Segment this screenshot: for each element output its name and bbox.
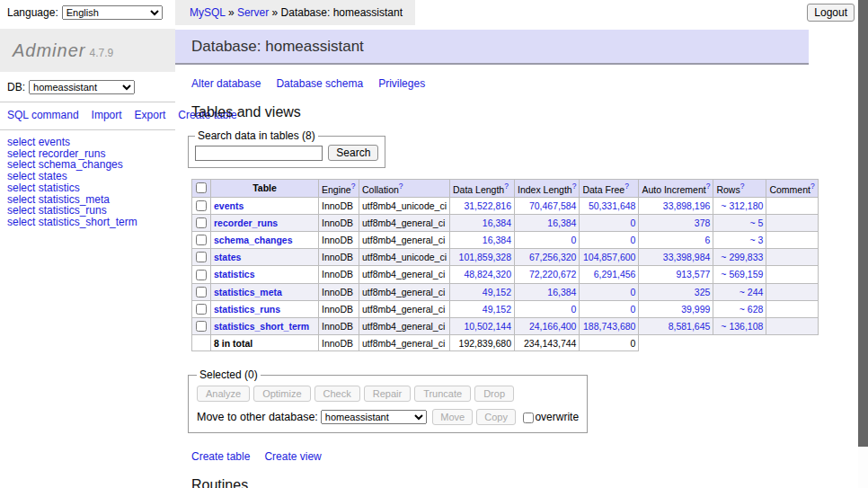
optimize-button[interactable]: Optimize	[253, 386, 310, 402]
data-free-link[interactable]: 0	[631, 287, 636, 297]
truncate-button[interactable]: Truncate	[414, 386, 471, 402]
sidebar-item-select-states[interactable]: select states	[7, 171, 168, 182]
link-create-table[interactable]: Create table	[191, 450, 250, 463]
move-button[interactable]: Move	[432, 409, 473, 425]
search-input[interactable]	[195, 146, 323, 161]
data-free-link[interactable]: 188,743,680	[583, 321, 635, 332]
rows-link[interactable]: ~ 299,833	[721, 252, 763, 262]
row-checkbox[interactable]	[196, 321, 207, 332]
help-link[interactable]: ?	[399, 182, 403, 191]
breadcrumb-mysql[interactable]: MySQL	[190, 6, 226, 19]
auto-increment-link[interactable]: 8,581,645	[669, 321, 711, 332]
link-create-view[interactable]: Create view	[264, 450, 321, 463]
rows-link[interactable]: ~ 136,108	[721, 321, 763, 332]
data-free-link[interactable]: 0	[631, 235, 636, 245]
engine-cell: InnoDB	[319, 283, 359, 300]
index-length-link[interactable]: 24,166,400	[529, 321, 577, 332]
data-free-cell: 104,857,600	[580, 249, 639, 266]
data-length-link[interactable]: 16,384	[483, 235, 511, 245]
scrollbar-thumb[interactable]	[858, 0, 868, 447]
auto-increment-link[interactable]: 33,398,984	[663, 252, 711, 262]
drop-button[interactable]: Drop	[474, 386, 514, 402]
help-link[interactable]: ?	[740, 182, 745, 191]
sidebar-link-import[interactable]: Import	[92, 109, 122, 121]
rows-link[interactable]: ~ 312,180	[721, 200, 763, 211]
rows-link[interactable]: ~ 628	[740, 304, 764, 315]
row-checkbox[interactable]	[196, 200, 207, 211]
repair-button[interactable]: Repair	[364, 386, 411, 402]
index-length-link[interactable]: 16,384	[547, 217, 576, 228]
sidebar-item-select-events[interactable]: select events	[7, 137, 168, 148]
rows-link[interactable]: ~ 244	[740, 287, 764, 297]
help-link[interactable]: ?	[624, 182, 629, 191]
language-select[interactable]: English	[62, 5, 163, 20]
breadcrumb-server[interactable]: Server	[237, 6, 269, 19]
data-free-link[interactable]: 104,857,600	[583, 252, 635, 262]
table-link-statistics-meta[interactable]: statistics_meta	[214, 287, 282, 297]
sidebar-link-sql-command[interactable]: SQL command	[7, 109, 79, 121]
sidebar-link-export[interactable]: Export	[135, 109, 166, 121]
index-length-link[interactable]: 67,256,320	[529, 252, 577, 262]
auto-increment-link[interactable]: 913,577	[676, 269, 710, 279]
table-link-events[interactable]: events	[214, 200, 244, 211]
data-length-link[interactable]: 101,859,328	[459, 252, 511, 262]
db-select[interactable]: homeassistant	[29, 80, 135, 94]
auto-increment-link[interactable]: 33,898,196	[663, 200, 711, 211]
sidebar-item-select-statistics[interactable]: select statistics	[7, 182, 168, 194]
data-length-link[interactable]: 31,522,816	[464, 200, 511, 211]
data-length-link[interactable]: 16,384	[483, 217, 511, 228]
row-checkbox[interactable]	[196, 270, 207, 280]
help-link[interactable]: ?	[810, 182, 815, 191]
table-link-states[interactable]: states	[214, 252, 241, 262]
table-total-row: 8 in totalInnoDButf8mb4_general_ci192,83…	[192, 335, 819, 351]
overwrite-checkbox[interactable]	[523, 413, 534, 423]
help-link[interactable]: ?	[706, 182, 711, 191]
table-link-statistics[interactable]: statistics	[214, 269, 255, 279]
data-free-link[interactable]: 0	[631, 304, 636, 315]
select-all-checkbox[interactable]	[196, 182, 207, 193]
column-header-data-free: Data Free?	[580, 180, 639, 198]
data-length-link[interactable]: 10,502,144	[464, 321, 511, 332]
index-length-link[interactable]: 72,220,672	[529, 269, 577, 279]
help-link[interactable]: ?	[351, 182, 356, 191]
table-link-recorder-runs[interactable]: recorder_runs	[214, 217, 278, 228]
logout-button[interactable]: Logout	[807, 4, 855, 22]
index-length-link[interactable]: 0	[571, 304, 577, 315]
row-checkbox[interactable]	[196, 252, 207, 262]
copy-button[interactable]: Copy	[476, 409, 516, 425]
row-checkbox[interactable]	[196, 304, 207, 315]
table-link-statistics-runs[interactable]: statistics_runs	[214, 304, 280, 315]
table-link-schema-changes[interactable]: schema_changes	[214, 235, 293, 245]
rows-link[interactable]: ~ 3	[749, 235, 763, 245]
table-link-statistics-short-term[interactable]: statistics_short_term	[214, 321, 309, 332]
link-database-schema[interactable]: Database schema	[276, 77, 363, 90]
data-length-link[interactable]: 49,152	[483, 304, 511, 315]
rows-link[interactable]: ~ 569,159	[721, 269, 763, 279]
sidebar-item-select-statistics-short-term[interactable]: select statistics_short_term	[7, 217, 168, 228]
index-length-link[interactable]: 16,384	[547, 287, 576, 297]
move-database-select[interactable]: homeassistant	[321, 410, 427, 424]
auto-increment-link[interactable]: 6	[705, 235, 711, 245]
data-length-link[interactable]: 49,152	[483, 287, 511, 297]
link-privileges[interactable]: Privileges	[378, 77, 425, 90]
help-link[interactable]: ?	[572, 182, 577, 191]
search-button[interactable]: Search	[328, 145, 378, 161]
row-checkbox[interactable]	[196, 287, 207, 297]
analyze-button[interactable]: Analyze	[197, 386, 250, 402]
index-length-link[interactable]: 70,467,584	[529, 200, 577, 211]
row-checkbox[interactable]	[196, 217, 207, 228]
data-free-link[interactable]: 0	[631, 217, 636, 228]
auto-increment-link[interactable]: 378	[695, 217, 711, 228]
data-length-link[interactable]: 48,824,320	[464, 269, 511, 279]
auto-increment-link[interactable]: 325	[695, 287, 711, 297]
check-button[interactable]: Check	[314, 386, 360, 402]
rows-link[interactable]: ~ 5	[749, 217, 763, 228]
row-checkbox[interactable]	[196, 235, 207, 245]
vertical-scrollbar[interactable]	[858, 0, 868, 488]
data-free-link[interactable]: 50,331,648	[589, 200, 636, 211]
auto-increment-link[interactable]: 39,999	[681, 304, 710, 315]
help-link[interactable]: ?	[504, 182, 509, 191]
link-alter-database[interactable]: Alter database	[191, 77, 261, 90]
data-free-link[interactable]: 6,291,456	[594, 269, 636, 279]
index-length-link[interactable]: 0	[571, 235, 577, 245]
